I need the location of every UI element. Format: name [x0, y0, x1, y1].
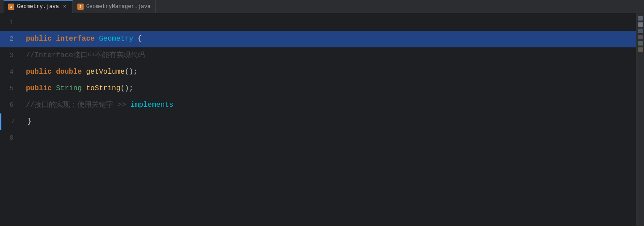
code-line-8: 8 [0, 130, 636, 146]
sidebar-icon-3[interactable] [638, 29, 643, 33]
line-number-5: 5 [0, 80, 19, 97]
title-bar: J Geometry.java × J GeometryManager.java [0, 0, 644, 13]
sidebar-icon-5[interactable] [638, 41, 643, 46]
code-line-2: 2 public interface Geometry { [0, 31, 636, 47]
line-number-4: 4 [0, 64, 19, 80]
code-line-5: 5 public String toString(); [0, 80, 636, 97]
tab-geometry-close[interactable]: × [62, 4, 68, 10]
tab-geometry[interactable]: J Geometry.java × [4, 0, 73, 13]
line-number-7: 7 [1, 113, 20, 130]
line-content-3: //Interface接口中不能有实现代码 [19, 47, 145, 64]
tab-geometry-label: Geometry.java [17, 4, 59, 10]
main-area: 1 2 public interface Geometry { 3 //Inte… [0, 13, 644, 226]
line-number-8: 8 [0, 130, 19, 146]
sidebar-icon-6[interactable] [638, 47, 643, 52]
java-manager-icon: J [77, 4, 84, 10]
line-content-5: public String toString(); [19, 80, 133, 97]
line-number-1: 1 [0, 14, 19, 31]
line-content-6: //接口的实现：使用关键字 >> implements [19, 97, 174, 113]
sidebar-icon-4[interactable] [638, 35, 643, 39]
line-number-2: 2 [0, 31, 19, 47]
code-line-4: 4 public double getVolume(); [0, 64, 636, 80]
line-number-6: 6 [0, 97, 19, 113]
code-line-1: 1 [0, 14, 636, 31]
line-number-3: 3 [0, 47, 19, 64]
sidebar-icon-1[interactable] [638, 16, 643, 21]
tab-geometry-manager[interactable]: J GeometryManager.java [73, 0, 156, 13]
code-editor[interactable]: 1 2 public interface Geometry { 3 //Inte… [0, 13, 636, 226]
tab-geometry-manager-label: GeometryManager.java [86, 4, 151, 10]
code-line-7: 7 } [0, 113, 636, 130]
code-line-6: 6 //接口的实现：使用关键字 >> implements [0, 97, 636, 113]
code-line-3: 3 //Interface接口中不能有实现代码 [0, 47, 636, 64]
right-sidebar [636, 13, 644, 226]
line-content-2: public interface Geometry { [19, 31, 142, 47]
line-content-7: } [20, 113, 32, 130]
java-file-icon: J [8, 4, 14, 10]
line-content-4: public double getVolume(); [19, 64, 138, 80]
sidebar-icon-2[interactable] [638, 22, 643, 27]
